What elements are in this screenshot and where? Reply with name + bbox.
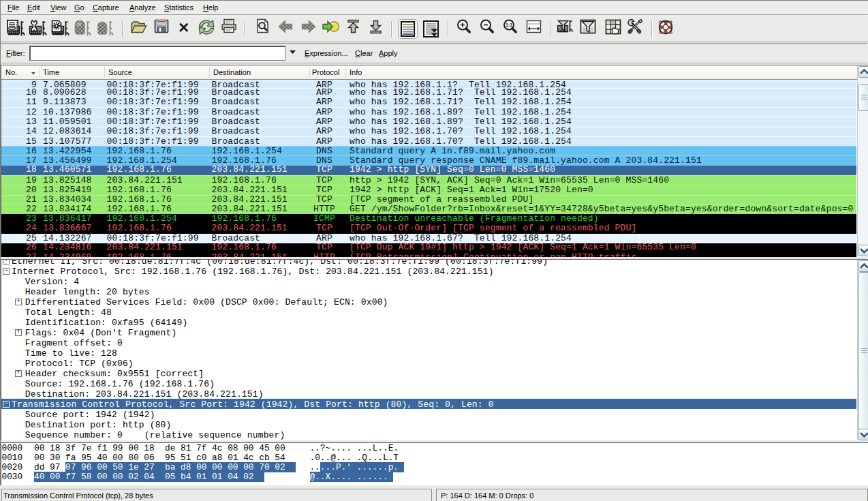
svg-text:1:1: 1:1 [506,22,512,27]
